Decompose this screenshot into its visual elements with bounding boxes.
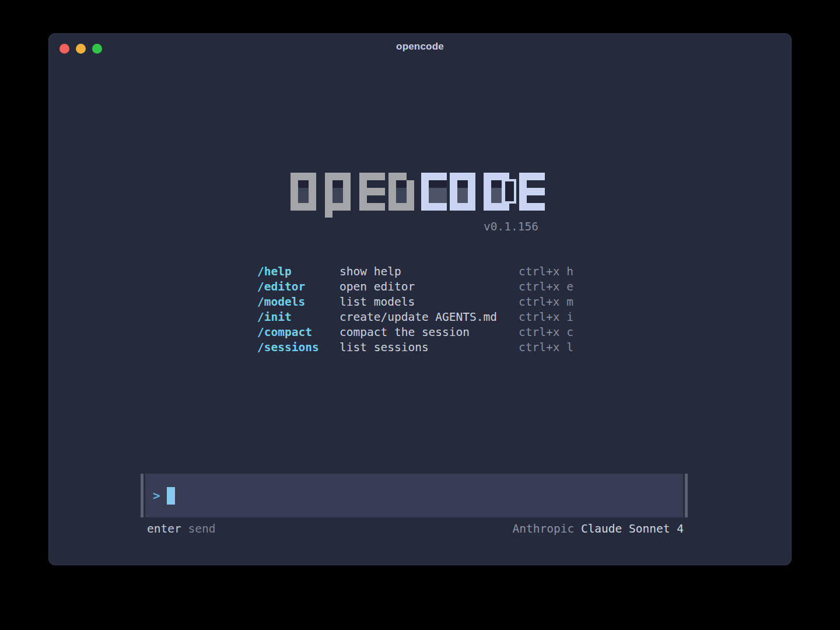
command-row: /modelslist modelsctrl+x m <box>257 295 573 310</box>
logo-letter-e <box>359 173 385 211</box>
command-shortcut: ctrl+x h <box>519 264 573 279</box>
command-row: /initcreate/update AGENTS.mdctrl+x i <box>257 310 573 325</box>
input-right-border <box>685 474 688 517</box>
command-name: /init <box>257 310 340 325</box>
status-bar: enter send Anthropic Claude Sonnet 4 <box>141 522 688 536</box>
keybind-action: send <box>188 522 215 536</box>
model-indicator: Anthropic Claude Sonnet 4 <box>512 522 688 536</box>
prompt-input[interactable]: > <box>145 474 683 517</box>
command-shortcut: ctrl+x m <box>519 295 573 310</box>
command-name: /compact <box>257 325 340 340</box>
command-shortcut: ctrl+x c <box>519 325 573 340</box>
command-description: list sessions <box>340 340 519 355</box>
command-description: compact the session <box>340 325 519 340</box>
text-cursor <box>167 487 175 505</box>
version-label: v0.1.156 <box>290 220 545 233</box>
command-row: /compactcompact the sessionctrl+x c <box>257 325 573 340</box>
command-name: /sessions <box>257 340 340 355</box>
keybind-key: enter <box>147 522 181 536</box>
command-shortcut: ctrl+x i <box>519 310 573 325</box>
titlebar[interactable]: opencode <box>48 33 792 62</box>
logo-letter-o <box>290 173 316 211</box>
logo-letter-n <box>388 173 414 211</box>
window-title: opencode <box>48 41 792 52</box>
command-name: /models <box>257 295 340 310</box>
command-description: list models <box>340 295 519 310</box>
prompt-input-area[interactable]: > <box>141 474 688 517</box>
opencode-logo <box>290 173 545 211</box>
provider-name: Anthropic <box>512 522 574 536</box>
logo-block: v0.1.156 <box>290 173 545 233</box>
prompt-chevron-icon: > <box>153 489 160 503</box>
command-help-list: /helpshow helpctrl+x h /editoropen edito… <box>257 264 573 355</box>
command-shortcut: ctrl+x l <box>519 340 573 355</box>
command-row: /editoropen editorctrl+x e <box>257 279 573 295</box>
command-row: /helpshow helpctrl+x h <box>257 264 573 279</box>
opencode-terminal-window: opencode v0.1.156 /helpshow helpctrl+x h… <box>48 33 792 565</box>
command-name: /help <box>257 264 340 279</box>
logo-letter-c <box>421 173 447 211</box>
command-description: open editor <box>340 279 519 295</box>
command-name: /editor <box>257 279 340 295</box>
keybind-hint: enter send <box>141 522 215 536</box>
logo-letter-o2 <box>450 173 475 211</box>
command-shortcut: ctrl+x e <box>519 279 573 295</box>
command-description: show help <box>340 264 519 279</box>
logo-letter-p <box>325 173 351 211</box>
model-name: Claude Sonnet 4 <box>581 522 684 536</box>
logo-letter-d <box>484 173 509 211</box>
command-row: /sessionslist sessionsctrl+x l <box>257 340 573 355</box>
logo-letter-e2 <box>519 173 545 211</box>
command-description: create/update AGENTS.md <box>340 310 519 325</box>
